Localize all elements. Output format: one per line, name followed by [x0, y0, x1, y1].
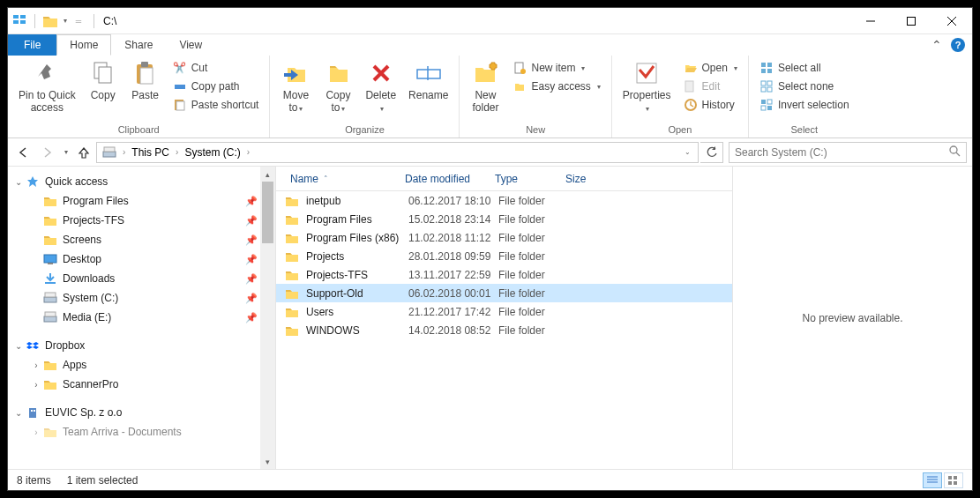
copy-to-icon: [324, 59, 352, 87]
col-date[interactable]: Date modified: [400, 173, 490, 185]
file-row[interactable]: Projects 28.01.2018 09:59 File folder: [276, 247, 732, 265]
easy-access-button[interactable]: Easy access▾: [507, 78, 605, 95]
delete-button[interactable]: Delete▾: [360, 57, 401, 116]
tree-scrollbar[interactable]: ▴ ▾: [260, 167, 275, 469]
folder-icon[interactable]: [42, 13, 58, 29]
ribbon: Pin to Quick access Copy Paste ✂️Cut Cop…: [8, 56, 972, 138]
file-row[interactable]: Support-Old 06.02.2018 00:01 File folder: [276, 284, 732, 302]
crumb-drive[interactable]: System (C:): [181, 143, 243, 162]
svg-point-39: [950, 146, 957, 153]
tab-home[interactable]: Home: [56, 34, 111, 56]
svg-rect-42: [48, 263, 53, 264]
tab-view[interactable]: View: [166, 34, 215, 56]
col-name[interactable]: Name˄: [285, 173, 400, 185]
refresh-button[interactable]: [700, 142, 723, 163]
open-button[interactable]: Open▾: [678, 59, 743, 77]
group-label-select: Select: [754, 123, 855, 137]
address-dropdown-button[interactable]: ⌄: [677, 143, 696, 162]
rename-button[interactable]: Rename: [403, 57, 453, 103]
address-bar[interactable]: › This PC › System (C:) › ⌄: [96, 142, 699, 163]
invert-selection-button[interactable]: Invert selection: [754, 96, 855, 114]
svg-rect-48: [29, 408, 36, 418]
folder-icon: [285, 323, 299, 338]
tree-quick-access[interactable]: ⌄Quick access: [8, 172, 275, 191]
svg-rect-46: [44, 316, 56, 322]
col-size[interactable]: Size: [560, 173, 613, 185]
svg-rect-15: [176, 101, 184, 110]
scroll-down-icon[interactable]: ▾: [260, 454, 275, 469]
select-none-button[interactable]: Select none: [754, 78, 855, 95]
close-button[interactable]: [931, 8, 972, 34]
nav-tree[interactable]: ⌄Quick access Program Files📌Projects-TFS…: [8, 167, 276, 469]
qat-overflow[interactable]: ═: [71, 13, 86, 29]
svg-rect-3: [20, 20, 26, 24]
col-type[interactable]: Type: [490, 173, 560, 185]
tree-item-icon: [43, 252, 57, 266]
tree-item[interactable]: Downloads📌: [8, 269, 275, 288]
chevron-right-icon[interactable]: ›: [173, 147, 181, 157]
folder-icon: [285, 194, 299, 208]
file-row[interactable]: WINDOWS 14.02.2018 08:52 File folder: [276, 321, 732, 339]
copy-path-button[interactable]: Copy path: [168, 78, 265, 95]
chevron-right-icon[interactable]: ›: [120, 147, 128, 157]
svg-rect-18: [417, 70, 440, 78]
copy-to-button[interactable]: Copy to▾: [318, 57, 358, 116]
tree-item[interactable]: Projects-TFS📌: [8, 211, 275, 230]
recent-locations-button[interactable]: ▾: [59, 142, 71, 163]
paste-button[interactable]: Paste: [125, 57, 166, 103]
properties-icon: [632, 59, 661, 87]
paste-shortcut-button[interactable]: Paste shortcut: [168, 96, 265, 114]
file-row[interactable]: Program Files 15.02.2018 23:14 File fold…: [276, 210, 732, 228]
ribbon-tabs: File Home Share View ⌃ ?: [8, 34, 972, 56]
copy-button[interactable]: Copy: [83, 57, 123, 103]
tree-item[interactable]: Screens📌: [8, 230, 275, 249]
tree-item[interactable]: Desktop📌: [8, 249, 275, 269]
up-button[interactable]: [73, 142, 94, 163]
chevron-right-icon[interactable]: ›: [244, 147, 252, 157]
select-all-button[interactable]: Select all: [754, 59, 855, 77]
svg-rect-12: [141, 62, 148, 67]
tree-item[interactable]: Media (E:)📌: [8, 308, 275, 327]
collapse-ribbon-icon[interactable]: ⌃: [931, 38, 942, 52]
crumb-this-pc[interactable]: This PC: [128, 143, 173, 162]
minimize-button[interactable]: [850, 8, 891, 34]
new-item-button[interactable]: New item▾: [507, 59, 605, 77]
history-button[interactable]: History: [678, 96, 743, 114]
file-row[interactable]: Users 21.12.2017 17:42 File folder: [276, 302, 732, 321]
tab-share[interactable]: Share: [111, 34, 166, 56]
file-row[interactable]: Projects-TFS 13.11.2017 22:59 File folde…: [276, 265, 732, 284]
maximize-button[interactable]: [891, 8, 931, 34]
move-to-button[interactable]: Move to▾: [275, 57, 316, 116]
tree-item[interactable]: ›Apps: [8, 355, 275, 375]
forward-button[interactable]: [36, 142, 57, 163]
tree-item[interactable]: System (C:)📌: [8, 288, 275, 308]
tree-item[interactable]: Program Files📌: [8, 191, 275, 211]
view-icons-button[interactable]: [944, 472, 963, 488]
chevron-down-icon[interactable]: ▾: [64, 17, 67, 25]
cut-button[interactable]: ✂️Cut: [168, 59, 265, 77]
svg-rect-29: [761, 81, 766, 85]
svg-rect-44: [44, 297, 56, 302]
drive-icon[interactable]: [99, 143, 120, 162]
tree-euvic[interactable]: ⌄EUVIC Sp. z o.o: [8, 403, 275, 422]
view-details-button[interactable]: [923, 472, 942, 488]
pin-icon: 📌: [245, 273, 258, 285]
file-row[interactable]: Program Files (x86) 11.02.2018 11:12 Fil…: [276, 228, 732, 247]
file-rows[interactable]: inetpub 06.12.2017 18:10 File folder Pro…: [276, 191, 732, 469]
tree-item[interactable]: ›ScannerPro: [8, 375, 275, 394]
search-input[interactable]: [735, 146, 948, 159]
properties-button[interactable]: Properties▾: [617, 57, 677, 116]
scroll-up-icon[interactable]: ▴: [260, 167, 275, 182]
back-button[interactable]: [13, 142, 34, 163]
new-folder-button[interactable]: New folder: [465, 57, 505, 116]
tree-dropbox[interactable]: ⌄Dropbox: [8, 336, 275, 355]
search-box[interactable]: [729, 142, 967, 163]
help-icon[interactable]: ?: [951, 38, 965, 52]
history-icon: [684, 98, 698, 112]
edit-button[interactable]: Edit: [678, 78, 743, 95]
tab-file[interactable]: File: [8, 34, 56, 56]
tree-item[interactable]: ›Team Arriva - Documents: [8, 422, 275, 442]
pin-to-quick-access-button[interactable]: Pin to Quick access: [13, 57, 81, 116]
file-row[interactable]: inetpub 06.12.2017 18:10 File folder: [276, 191, 732, 210]
scrollbar-thumb[interactable]: [262, 182, 273, 243]
